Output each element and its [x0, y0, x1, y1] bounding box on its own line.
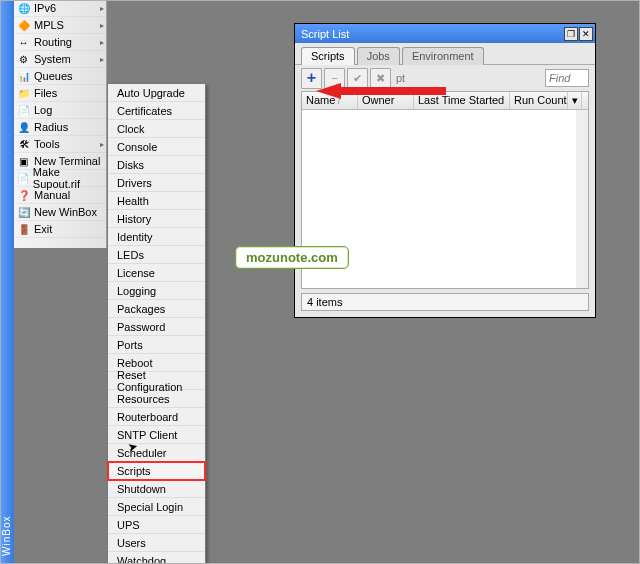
status-bar: 4 items [301, 293, 589, 311]
submenu-item-scripts[interactable]: Scripts [108, 462, 205, 480]
sidebar-icon: ↔ [16, 35, 31, 49]
sidebar-item-manual[interactable]: ❓Manual [14, 187, 106, 204]
sidebar-icon: 📄 [16, 103, 31, 117]
sidebar-icon: 📁 [16, 86, 31, 100]
sidebar-item-label: Radius [34, 121, 68, 133]
column-run-count[interactable]: Run Count [510, 92, 568, 109]
sidebar-item-label: MPLS [34, 19, 64, 31]
find-input[interactable] [545, 69, 589, 87]
sidebar-item-new-winbox[interactable]: 🔄New WinBox [14, 204, 106, 221]
submenu-item-health[interactable]: Health [108, 192, 205, 210]
submenu-item-disks[interactable]: Disks [108, 156, 205, 174]
titlebar-restore-icon[interactable]: ❐ [564, 27, 578, 41]
submenu-item-license[interactable]: License [108, 264, 205, 282]
chevron-right-icon: ▸ [100, 55, 104, 64]
tab-jobs[interactable]: Jobs [357, 47, 400, 65]
submenu-item-watchdog[interactable]: Watchdog [108, 552, 205, 564]
sidebar-icon: 🚪 [16, 222, 31, 236]
table-header: NameOwnerLast Time StartedRun Count▾ [302, 92, 588, 110]
window-titlebar[interactable]: Script List ❐ ✕ [295, 24, 595, 43]
submenu-item-scheduler[interactable]: Scheduler [108, 444, 205, 462]
sidebar-icon: ❓ [16, 188, 31, 202]
sidebar-item-exit[interactable]: 🚪Exit [14, 221, 106, 238]
submenu-item-resources[interactable]: Resources [108, 390, 205, 408]
sidebar-icon: ▣ [16, 154, 31, 168]
sidebar-item-label: Log [34, 104, 52, 116]
submenu-item-shutdown[interactable]: Shutdown [108, 480, 205, 498]
submenu-item-ports[interactable]: Ports [108, 336, 205, 354]
sidebar-item-make-supout.rif[interactable]: 📄Make Supout.rif [14, 170, 106, 187]
enable-button[interactable]: ✔ [347, 68, 368, 89]
run-script-label-fragment: pt [396, 72, 405, 84]
submenu-item-certificates[interactable]: Certificates [108, 102, 205, 120]
sidebar-item-system[interactable]: ⚙System▸ [14, 51, 106, 68]
column-menu-dropdown-icon[interactable]: ▾ [568, 92, 582, 109]
column-owner[interactable]: Owner [358, 92, 414, 109]
add-button[interactable]: + [301, 68, 322, 89]
close-icon[interactable]: ✕ [579, 27, 593, 41]
submenu-item-drivers[interactable]: Drivers [108, 174, 205, 192]
sidebar-item-label: System [34, 53, 71, 65]
sidebar-item-label: Routing [34, 36, 72, 48]
column-name[interactable]: Name [302, 92, 358, 109]
system-submenu: Auto UpgradeCertificatesClockConsoleDisk… [107, 83, 206, 564]
sidebar-item-mpls[interactable]: 🔶MPLS▸ [14, 17, 106, 34]
tab-scripts[interactable]: Scripts [301, 47, 355, 65]
sidebar-item-label: Tools [34, 138, 60, 150]
winbox-vertical-bar: WinBox [0, 0, 14, 564]
submenu-item-reset-configuration[interactable]: Reset Configuration [108, 372, 205, 390]
submenu-item-leds[interactable]: LEDs [108, 246, 205, 264]
submenu-item-history[interactable]: History [108, 210, 205, 228]
sidebar-item-tools[interactable]: 🛠Tools▸ [14, 136, 106, 153]
chevron-right-icon: ▸ [100, 4, 104, 13]
sidebar-item-label: New WinBox [34, 206, 97, 218]
window-toolbar: + − ✔ ✖ pt [295, 65, 595, 91]
disable-button[interactable]: ✖ [370, 68, 391, 89]
column-last-time-started[interactable]: Last Time Started [414, 92, 510, 109]
submenu-item-users[interactable]: Users [108, 534, 205, 552]
sidebar-icon: 👤 [16, 120, 31, 134]
submenu-item-logging[interactable]: Logging [108, 282, 205, 300]
chevron-right-icon: ▸ [100, 140, 104, 149]
chevron-right-icon: ▸ [100, 38, 104, 47]
tab-environment[interactable]: Environment [402, 47, 484, 65]
script-list-window: Script List ❐ ✕ ScriptsJobsEnvironment +… [294, 23, 596, 318]
sidebar-icon: 🛠 [16, 137, 31, 151]
sidebar-item-label: Exit [34, 223, 52, 235]
sidebar-item-label: Queues [34, 70, 73, 82]
sidebar-item-ipv6[interactable]: 🌐IPv6▸ [14, 0, 106, 17]
submenu-item-ups[interactable]: UPS [108, 516, 205, 534]
main-sidebar: 🌐IPv6▸🔶MPLS▸↔Routing▸⚙System▸📊Queues📁Fil… [14, 0, 107, 248]
submenu-item-special-login[interactable]: Special Login [108, 498, 205, 516]
window-title: Script List [301, 28, 349, 40]
sidebar-item-radius[interactable]: 👤Radius [14, 119, 106, 136]
tab-strip: ScriptsJobsEnvironment [295, 43, 595, 65]
sidebar-item-label: IPv6 [34, 2, 56, 14]
sidebar-item-label: Manual [34, 189, 70, 201]
submenu-item-identity[interactable]: Identity [108, 228, 205, 246]
sidebar-icon: 📄 [16, 171, 30, 185]
sidebar-item-files[interactable]: 📁Files [14, 85, 106, 102]
submenu-item-password[interactable]: Password [108, 318, 205, 336]
sidebar-icon: 📊 [16, 69, 31, 83]
sidebar-item-label: Files [34, 87, 57, 99]
submenu-item-packages[interactable]: Packages [108, 300, 205, 318]
submenu-item-clock[interactable]: Clock [108, 120, 205, 138]
remove-button[interactable]: − [324, 68, 345, 89]
submenu-item-console[interactable]: Console [108, 138, 205, 156]
sidebar-item-queues[interactable]: 📊Queues [14, 68, 106, 85]
chevron-right-icon: ▸ [100, 21, 104, 30]
sidebar-icon: ⚙ [16, 52, 31, 66]
submenu-item-routerboard[interactable]: Routerboard [108, 408, 205, 426]
sidebar-icon: 🌐 [16, 1, 31, 15]
sidebar-icon: 🔄 [16, 205, 31, 219]
sidebar-item-log[interactable]: 📄Log [14, 102, 106, 119]
sidebar-item-routing[interactable]: ↔Routing▸ [14, 34, 106, 51]
titlebar-buttons: ❐ ✕ [564, 27, 595, 41]
watermark-label: mozunote.com [235, 246, 349, 269]
submenu-item-auto-upgrade[interactable]: Auto Upgrade [108, 84, 205, 102]
submenu-item-sntp-client[interactable]: SNTP Client [108, 426, 205, 444]
sidebar-icon: 🔶 [16, 18, 31, 32]
